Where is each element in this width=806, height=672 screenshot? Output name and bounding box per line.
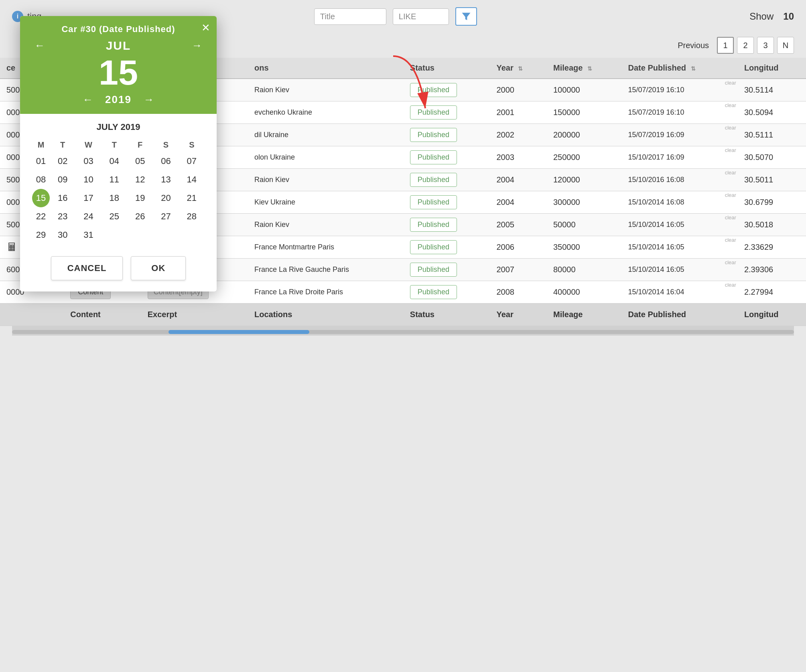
next-month-button[interactable]: → [188, 38, 206, 53]
calendar-day[interactable]: 01 [32, 152, 50, 170]
calendar-day[interactable]: 31 [75, 226, 101, 244]
scrollbar-thumb[interactable] [169, 330, 309, 334]
location-cell: France La Rive Gauche Paris [248, 259, 404, 281]
calendar-day[interactable]: 10 [75, 170, 101, 189]
calendar-day[interactable]: 30 [50, 226, 75, 244]
calendar-day[interactable]: 14 [179, 170, 205, 189]
calendar-day[interactable]: 23 [50, 207, 75, 226]
date-cell[interactable]: 15/10/2014 16:04clear [622, 281, 738, 304]
calendar-day[interactable]: 29 [32, 226, 50, 244]
dow-s1: S [153, 138, 179, 152]
location-cell: dil Ukraine [248, 124, 404, 146]
col-header-mileage: Mileage ⇅ [547, 58, 622, 79]
calendar-day[interactable]: 27 [153, 207, 179, 226]
dow-t2: T [102, 138, 127, 152]
calendar-day[interactable]: 09 [50, 170, 75, 189]
calendar-day[interactable]: 03 [75, 152, 101, 170]
calendar-day[interactable]: 19 [127, 189, 153, 207]
title-filter-input[interactable] [314, 8, 386, 25]
date-clear-link[interactable]: clear [725, 102, 736, 108]
footer-year: Year [490, 304, 547, 326]
date-clear-link[interactable]: clear [725, 215, 736, 221]
calendar-day[interactable]: 05 [127, 152, 153, 170]
calendar-cancel-button[interactable]: CANCEL [51, 256, 123, 280]
date-clear-link[interactable]: clear [725, 259, 736, 265]
page-1-button[interactable]: 1 [717, 37, 734, 54]
year-cell: 2002 [490, 124, 547, 146]
calendar-day[interactable]: 21 [179, 189, 205, 207]
date-cell[interactable]: 15/10/2014 16:05clear [622, 214, 738, 236]
location-cell: evchenko Ukraine [248, 101, 404, 124]
calendar-day[interactable]: 11 [102, 170, 127, 189]
longitude-cell: 2.33629 [738, 236, 806, 259]
dow-m: M [32, 138, 50, 152]
calendar-day[interactable]: 24 [75, 207, 101, 226]
location-cell: France La Rive Droite Paris [248, 281, 404, 304]
date-cell[interactable]: 15/10/2017 16:09clear [622, 146, 738, 169]
calendar-day[interactable]: 12 [127, 170, 153, 189]
col-header-date: Date Published ⇅ [622, 58, 738, 79]
prev-button[interactable]: Previous [673, 38, 714, 53]
date-cell[interactable]: 15/10/2014 16:05clear [622, 236, 738, 259]
year-cell: 2000 [490, 79, 547, 101]
longitude-cell: 30.5070 [738, 146, 806, 169]
date-cell[interactable]: 15/07/2019 16:09clear [622, 124, 738, 146]
page-next-button[interactable]: N [777, 37, 794, 54]
status-badge: Published [410, 195, 457, 209]
longitude-cell: 30.6799 [738, 191, 806, 214]
status-cell: Published [404, 259, 490, 281]
calendar-day[interactable]: 08 [32, 170, 50, 189]
prev-month-button[interactable]: ← [30, 38, 49, 53]
calendar-day[interactable]: 17 [75, 189, 101, 207]
page-2-button[interactable]: 2 [737, 37, 754, 54]
calendar-day[interactable]: 06 [153, 152, 179, 170]
date-clear-link[interactable]: clear [725, 80, 736, 86]
calendar-day[interactable]: 25 [102, 207, 127, 226]
calendar-ok-button[interactable]: OK [131, 256, 186, 280]
date-clear-link[interactable]: clear [725, 282, 736, 288]
year-cell: 2003 [490, 146, 547, 169]
date-cell[interactable]: 15/10/2016 16:08clear [622, 169, 738, 191]
date-cell[interactable]: 15/10/2014 16:08clear [622, 191, 738, 214]
year-cell: 2004 [490, 191, 547, 214]
dow-w: W [75, 138, 101, 152]
calendar-day[interactable]: 15 [32, 189, 50, 207]
status-cell: Published [404, 79, 490, 101]
footer-location: Locations [248, 304, 404, 326]
location-cell: Raion Kiev [248, 169, 404, 191]
next-year-button[interactable]: → [140, 92, 158, 107]
date-clear-link[interactable]: clear [725, 147, 736, 153]
date-clear-link[interactable]: clear [725, 237, 736, 243]
status-cell: Published [404, 281, 490, 304]
date-clear-link[interactable]: clear [725, 125, 736, 131]
date-cell[interactable]: 15/10/2014 16:05clear [622, 259, 738, 281]
calendar-modal[interactable]: ✕ Car #30 (Date Published) ← JUL → 15 ← … [20, 16, 217, 291]
calendar-day[interactable]: 22 [32, 207, 50, 226]
date-clear-link[interactable]: clear [725, 192, 736, 198]
mileage-cell: 200000 [547, 124, 622, 146]
status-cell: Published [404, 124, 490, 146]
calendar-close-button[interactable]: ✕ [201, 22, 210, 34]
like-filter-input[interactable] [393, 8, 449, 25]
date-clear-link[interactable]: clear [725, 170, 736, 176]
calendar-day[interactable]: 18 [102, 189, 127, 207]
date-cell[interactable]: 15/07/2019 16:10clear [622, 101, 738, 124]
calendar-day[interactable]: 28 [179, 207, 205, 226]
col-header-longitude: Longitud [738, 58, 806, 79]
calendar-big-day: 15 [26, 55, 210, 90]
calendar-day[interactable]: 02 [50, 152, 75, 170]
mileage-cell: 250000 [547, 146, 622, 169]
calendar-day[interactable]: 16 [50, 189, 75, 207]
horizontal-scrollbar[interactable] [12, 326, 794, 336]
calendar-day[interactable]: 04 [102, 152, 127, 170]
show-value: 10 [783, 11, 794, 22]
longitude-cell: 2.27994 [738, 281, 806, 304]
calendar-day[interactable]: 07 [179, 152, 205, 170]
filter-button[interactable] [455, 7, 477, 26]
calendar-day[interactable]: 13 [153, 170, 179, 189]
date-cell[interactable]: 15/07/2019 16:10clear [622, 79, 738, 101]
calendar-day[interactable]: 20 [153, 189, 179, 207]
prev-year-button[interactable]: ← [79, 92, 97, 107]
calendar-day[interactable]: 26 [127, 207, 153, 226]
page-3-button[interactable]: 3 [757, 37, 774, 54]
